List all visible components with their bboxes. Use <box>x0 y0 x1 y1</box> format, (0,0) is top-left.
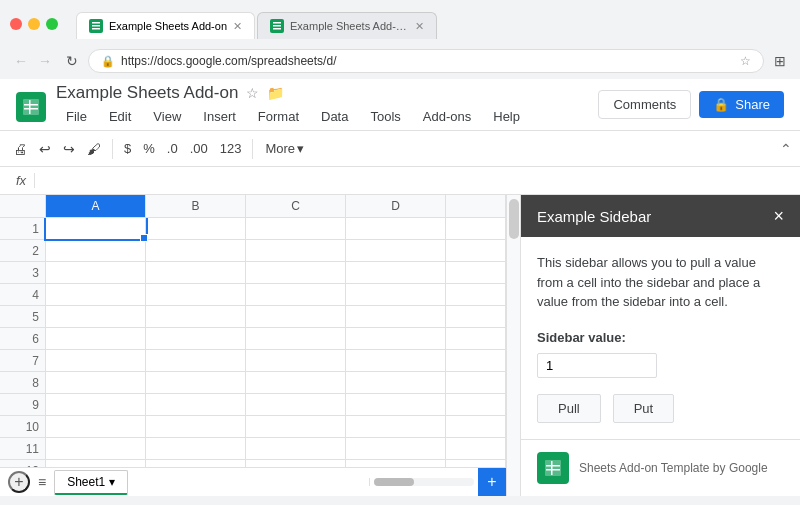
folder-icon[interactable]: 📁 <box>267 85 284 101</box>
cell-1-e[interactable] <box>446 218 506 239</box>
cell-10-b[interactable] <box>146 416 246 437</box>
cell-6-b[interactable] <box>146 328 246 349</box>
cell-5-b[interactable] <box>146 306 246 327</box>
tab-1[interactable]: Example Sheets Add-on ✕ <box>76 12 255 39</box>
share-button[interactable]: 🔒 Share <box>699 91 784 118</box>
col-header-a[interactable]: A <box>46 195 146 217</box>
menu-view[interactable]: View <box>143 105 191 128</box>
add-sheet-btn[interactable]: + <box>8 471 30 493</box>
menu-help[interactable]: Help <box>483 105 530 128</box>
cell-2-e[interactable] <box>446 240 506 261</box>
cell-8-c[interactable] <box>246 372 346 393</box>
cell-4-e[interactable] <box>446 284 506 305</box>
decimal-increase-btn[interactable]: .00 <box>185 138 213 159</box>
cell-7-d[interactable] <box>346 350 446 371</box>
formula-input[interactable] <box>43 171 792 190</box>
minimize-window-btn[interactable] <box>28 18 40 30</box>
undo-btn[interactable]: ↩ <box>34 137 56 161</box>
cell-12-b[interactable] <box>146 460 246 467</box>
cell-8-e[interactable] <box>446 372 506 393</box>
cell-7-e[interactable] <box>446 350 506 371</box>
cell-3-e[interactable] <box>446 262 506 283</box>
vertical-scrollbar[interactable] <box>506 195 520 496</box>
cell-1-a[interactable] <box>46 218 146 239</box>
percent-btn[interactable]: % <box>138 138 160 159</box>
cell-2-a[interactable] <box>46 240 146 261</box>
menu-insert[interactable]: Insert <box>193 105 246 128</box>
tab-close-1[interactable]: ✕ <box>233 20 242 33</box>
cell-6-c[interactable] <box>246 328 346 349</box>
cell-1-c[interactable] <box>246 218 346 239</box>
cell-7-c[interactable] <box>246 350 346 371</box>
number-format-btn[interactable]: 123 <box>215 138 247 159</box>
cell-9-a[interactable] <box>46 394 146 415</box>
cell-6-a[interactable] <box>46 328 146 349</box>
cell-3-c[interactable] <box>246 262 346 283</box>
cell-11-b[interactable] <box>146 438 246 459</box>
put-btn[interactable]: Put <box>613 394 675 423</box>
forward-btn[interactable]: → <box>34 51 56 71</box>
cell-5-e[interactable] <box>446 306 506 327</box>
sheets-list-btn[interactable]: ≡ <box>38 474 46 490</box>
h-scroll[interactable] <box>369 478 478 486</box>
star-icon[interactable]: ☆ <box>246 85 259 101</box>
cell-12-e[interactable] <box>446 460 506 467</box>
close-window-btn[interactable] <box>10 18 22 30</box>
menu-addons[interactable]: Add-ons <box>413 105 481 128</box>
tab-2[interactable]: Example Sheets Add-on - Goo... ✕ <box>257 12 437 39</box>
paint-format-btn[interactable]: 🖌 <box>82 137 106 161</box>
cell-8-d[interactable] <box>346 372 446 393</box>
extensions-btn[interactable]: ⊞ <box>770 51 790 71</box>
cell-1-d[interactable] <box>346 218 446 239</box>
cell-2-c[interactable] <box>246 240 346 261</box>
refresh-btn[interactable]: ↻ <box>62 51 82 71</box>
col-header-b[interactable]: B <box>146 195 246 217</box>
comments-button[interactable]: Comments <box>598 90 691 119</box>
currency-btn[interactable]: $ <box>119 138 136 159</box>
tab-close-2[interactable]: ✕ <box>415 20 424 33</box>
cell-6-d[interactable] <box>346 328 446 349</box>
cell-9-b[interactable] <box>146 394 246 415</box>
cell-5-c[interactable] <box>246 306 346 327</box>
cell-5-a[interactable] <box>46 306 146 327</box>
cell-10-c[interactable] <box>246 416 346 437</box>
cell-12-a[interactable] <box>46 460 146 467</box>
collapse-toolbar-btn[interactable]: ⌃ <box>780 141 792 157</box>
cell-10-d[interactable] <box>346 416 446 437</box>
menu-edit[interactable]: Edit <box>99 105 141 128</box>
cell-11-e[interactable] <box>446 438 506 459</box>
sidebar-close-btn[interactable]: × <box>773 207 784 225</box>
cell-10-a[interactable] <box>46 416 146 437</box>
sidebar-value-input[interactable] <box>537 353 657 378</box>
maximize-window-btn[interactable] <box>46 18 58 30</box>
sheet-tab-1[interactable]: Sheet1 ▾ <box>54 470 128 495</box>
pull-btn[interactable]: Pull <box>537 394 601 423</box>
menu-format[interactable]: Format <box>248 105 309 128</box>
menu-tools[interactable]: Tools <box>360 105 410 128</box>
cell-3-d[interactable] <box>346 262 446 283</box>
cell-4-b[interactable] <box>146 284 246 305</box>
cell-4-c[interactable] <box>246 284 346 305</box>
back-btn[interactable]: ← <box>10 51 32 71</box>
cell-7-a[interactable] <box>46 350 146 371</box>
cell-12-c[interactable] <box>246 460 346 467</box>
cell-4-d[interactable] <box>346 284 446 305</box>
col-header-e[interactable] <box>446 195 506 217</box>
cell-5-d[interactable] <box>346 306 446 327</box>
cell-2-d[interactable] <box>346 240 446 261</box>
cell-11-a[interactable] <box>46 438 146 459</box>
cell-8-a[interactable] <box>46 372 146 393</box>
corner-btn[interactable]: + <box>478 468 506 496</box>
cell-9-d[interactable] <box>346 394 446 415</box>
bookmark-icon[interactable]: ☆ <box>740 54 751 68</box>
cell-7-b[interactable] <box>146 350 246 371</box>
url-bar[interactable]: 🔒 https://docs.google.com/spreadsheets/d… <box>88 49 764 73</box>
cell-12-d[interactable] <box>346 460 446 467</box>
cell-11-c[interactable] <box>246 438 346 459</box>
cell-3-a[interactable] <box>46 262 146 283</box>
cell-3-b[interactable] <box>146 262 246 283</box>
col-header-d[interactable]: D <box>346 195 446 217</box>
cell-6-e[interactable] <box>446 328 506 349</box>
cell-4-a[interactable] <box>46 284 146 305</box>
decimal-decrease-btn[interactable]: .0 <box>162 138 183 159</box>
